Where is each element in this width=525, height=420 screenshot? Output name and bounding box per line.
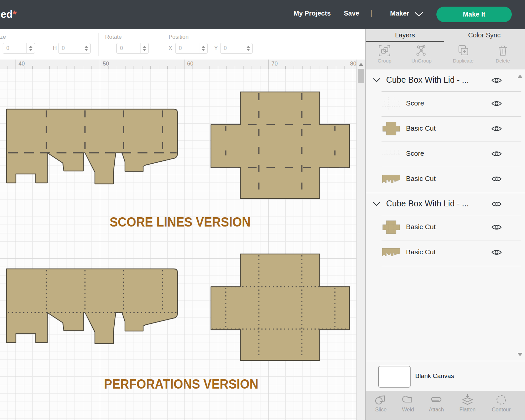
- tab-layers[interactable]: Layers: [366, 31, 444, 39]
- panel-tab-bar: Layers Color Sync: [366, 29, 525, 42]
- list-scroll-down-icon[interactable]: [517, 353, 523, 356]
- position-x-field[interactable]: 0: [175, 43, 208, 54]
- eye-visibility-icon[interactable]: [491, 100, 502, 107]
- basic-cut-layer-thumbnail: [382, 171, 401, 187]
- group-button-label: Group: [370, 58, 399, 63]
- perforations-version-caption: PERFORATIONS VERSION: [98, 376, 264, 392]
- height-value: 0: [59, 43, 82, 53]
- make-it-button[interactable]: Make It: [436, 7, 512, 22]
- design-canvas[interactable]: SCORE LINES VERSION PERFORATIONS VERSION: [0, 69, 356, 420]
- rotate-stepper[interactable]: [140, 43, 148, 53]
- score-layer-thumbnail: [382, 146, 401, 162]
- tab-color-sync[interactable]: Color Sync: [445, 31, 524, 39]
- height-field[interactable]: 0: [58, 43, 91, 54]
- weld-button[interactable]: Weld: [394, 394, 422, 413]
- canvas-scrollbar[interactable]: [356, 60, 365, 420]
- basic-cut-layer-thumbnail: [382, 120, 401, 137]
- ruler-tick: 50: [103, 61, 109, 67]
- ruler-tick: 60: [187, 61, 193, 67]
- layer-group-header[interactable]: Cube Box With Lid - ...: [366, 193, 525, 215]
- edit-toolbar: ze 0 H 0 Rotate 0: [0, 29, 365, 60]
- horizontal-ruler: 40 50 60 70 80: [0, 60, 356, 69]
- layer-row-label: Basic Cut: [406, 175, 436, 183]
- blank-canvas-label: Blank Canvas: [415, 372, 454, 380]
- layer-row-basic-cut[interactable]: Basic Cut: [366, 215, 525, 240]
- eye-visibility-icon[interactable]: [491, 224, 502, 231]
- attach-button-label: Attach: [423, 407, 450, 413]
- delete-button[interactable]: Delete: [488, 44, 518, 63]
- blank-canvas-swatch[interactable]: [378, 366, 411, 388]
- position-label: Position: [169, 34, 188, 40]
- layer-row-basic-cut[interactable]: Basic Cut: [366, 167, 525, 192]
- slice-button[interactable]: Slice: [367, 394, 395, 413]
- layer-row-label: Basic Cut: [406, 223, 436, 231]
- layer-group-name: Cube Box With Lid - ...: [386, 199, 469, 208]
- position-x-value: 0: [176, 43, 199, 53]
- rotate-field[interactable]: 0: [116, 43, 149, 54]
- ruler-tick: 70: [271, 61, 278, 67]
- nav-divider: |: [370, 9, 372, 17]
- layer-group-name: Cube Box With Lid - ...: [386, 75, 469, 85]
- layers-panel: Layers Color Sync Group: [365, 29, 525, 420]
- layer-row-label: Basic Cut: [406, 124, 436, 132]
- width-stepper[interactable]: [26, 43, 35, 53]
- score-version-box-base-shape[interactable]: [7, 109, 178, 184]
- chevron-down-icon[interactable]: [415, 12, 423, 17]
- perforation-version-box-base-shape[interactable]: [7, 269, 178, 344]
- machine-selector[interactable]: Maker: [390, 10, 409, 17]
- layer-row-label: Score: [406, 149, 424, 157]
- layer-list: Cube Box With Lid - ... Score: [366, 69, 525, 361]
- duplicate-button[interactable]: Duplicate: [448, 44, 478, 63]
- score-layer-thumbnail: [382, 95, 401, 112]
- position-y-stepper[interactable]: [244, 43, 252, 53]
- eye-visibility-icon[interactable]: [491, 249, 502, 256]
- layer-row-label: Score: [406, 99, 424, 107]
- chevron-down-icon[interactable]: [373, 78, 380, 83]
- contour-button[interactable]: Contour: [487, 394, 515, 413]
- ungroup-button-label: UnGroup: [407, 58, 436, 63]
- eye-visibility-icon[interactable]: [491, 150, 502, 157]
- layer-row-label: Basic Cut: [406, 248, 436, 256]
- chevron-down-icon[interactable]: [373, 202, 380, 206]
- layer-row-score[interactable]: Score: [366, 142, 525, 167]
- layer-row-basic-cut[interactable]: Basic Cut: [366, 116, 525, 142]
- delete-button-label: Delete: [488, 58, 518, 63]
- y-label: Y: [214, 45, 218, 51]
- x-label: X: [169, 45, 172, 51]
- score-version-caption: SCORE LINES VERSION: [97, 214, 263, 230]
- group-button[interactable]: Group: [370, 44, 399, 63]
- basic-cut-layer-thumbnail: [382, 244, 401, 261]
- layer-row-score[interactable]: Score: [366, 91, 525, 116]
- ungroup-button[interactable]: UnGroup: [407, 44, 436, 63]
- my-projects-link[interactable]: My Projects: [294, 10, 331, 17]
- blank-canvas-row: Blank Canvas: [366, 361, 525, 391]
- row-divider: [382, 266, 521, 266]
- flatten-button-label: Flatten: [454, 407, 481, 413]
- height-stepper[interactable]: [82, 43, 90, 53]
- position-x-stepper[interactable]: [199, 43, 207, 53]
- size-label: ze: [0, 34, 6, 40]
- scrollbar-thumb[interactable]: [358, 69, 364, 83]
- score-version-lid-shape[interactable]: [211, 92, 349, 198]
- eye-visibility-icon[interactable]: [491, 77, 502, 84]
- toolbar-divider: [162, 33, 162, 56]
- height-label: H: [53, 45, 57, 51]
- cricut-design-space-app: ed* My Projects Save | Maker Make It ze …: [0, 0, 525, 420]
- attach-button[interactable]: Attach: [423, 394, 450, 413]
- rotate-label: Rotate: [105, 34, 122, 40]
- eye-visibility-icon[interactable]: [491, 200, 502, 208]
- layer-row-basic-cut[interactable]: Basic Cut: [366, 240, 525, 265]
- eye-visibility-icon[interactable]: [491, 175, 502, 183]
- layer-group-header[interactable]: Cube Box With Lid - ...: [366, 69, 525, 91]
- basic-cut-layer-thumbnail: [382, 219, 401, 235]
- weld-button-label: Weld: [394, 407, 422, 413]
- eye-visibility-icon[interactable]: [491, 125, 502, 132]
- save-button[interactable]: Save: [344, 10, 359, 17]
- scroll-up-arrow-icon[interactable]: [359, 63, 363, 66]
- width-field[interactable]: 0: [3, 43, 35, 54]
- position-y-field[interactable]: 0: [220, 43, 253, 54]
- perforation-version-lid-shape[interactable]: [211, 254, 349, 360]
- flatten-button[interactable]: Flatten: [454, 394, 481, 413]
- top-header-bar: ed* My Projects Save | Maker Make It: [0, 0, 525, 29]
- layer-actions-bar: Group UnGroup Duplicate: [366, 42, 525, 69]
